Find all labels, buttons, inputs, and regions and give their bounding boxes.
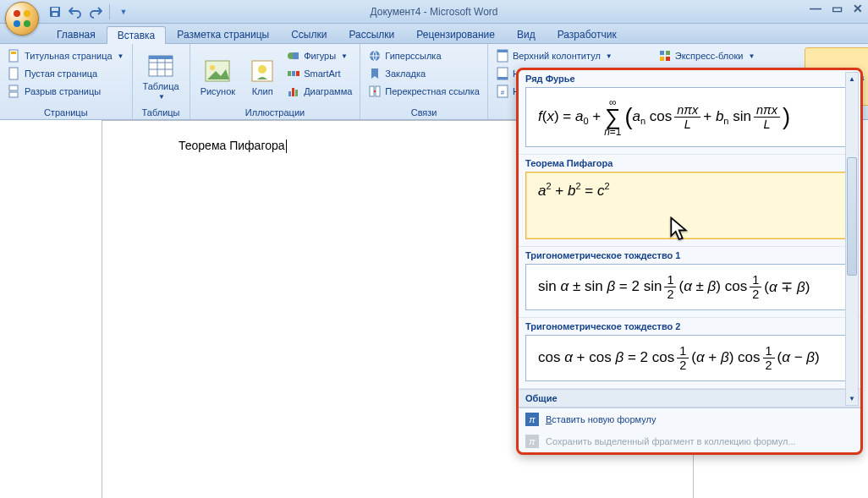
equation-item-pythagoras[interactable]: Теорема Пифагора a2 + b2 = c2 — [519, 155, 860, 247]
svg-rect-5 — [52, 8, 58, 11]
tab-view[interactable]: Вид — [506, 25, 547, 43]
titlebar: ▼ Документ4 - Microsoft Word — ▭ ✕ — [0, 0, 868, 24]
equation-gallery-footer: π ВВставить новую формулуставить новую ф… — [519, 408, 860, 452]
tab-mail[interactable]: Рассылки — [338, 25, 405, 43]
svg-text:#: # — [501, 89, 505, 96]
svg-point-0 — [14, 10, 20, 17]
save-selection-equation: π Сохранить выделенный фрагмент в коллек… — [519, 430, 860, 452]
clip-button[interactable]: Клип — [244, 47, 281, 106]
svg-text:π: π — [529, 414, 536, 424]
smartart-button[interactable]: SmartArt — [284, 65, 354, 82]
bookmark-label: Закладка — [385, 68, 426, 79]
header-button[interactable]: Верхний колонтитул▼ — [493, 47, 615, 64]
qat-customize-icon[interactable]: ▼ — [114, 3, 133, 21]
titlepage-button[interactable]: Титульная страница▼ — [5, 47, 127, 64]
group-pages: Титульная страница▼ Пустая страница Разр… — [0, 44, 133, 119]
svg-rect-23 — [293, 52, 299, 59]
pagebreak-label: Разрыв страницы — [25, 86, 101, 96]
svg-rect-24 — [288, 71, 291, 76]
tab-review[interactable]: Рецензирование — [405, 25, 506, 43]
quickparts-button[interactable]: Экспресс-блоки▼ — [656, 47, 758, 64]
ribbon-tabs: Главная Вставка Разметка страницы Ссылки… — [0, 24, 868, 44]
svg-rect-26 — [296, 71, 299, 76]
svg-point-1 — [24, 10, 30, 17]
svg-rect-10 — [9, 85, 18, 90]
scroll-up-icon[interactable]: ▲ — [846, 73, 858, 85]
picture-label: Рисунок — [201, 86, 236, 96]
redo-icon[interactable] — [86, 3, 105, 21]
clip-label: Клип — [252, 86, 273, 96]
svg-rect-31 — [370, 86, 374, 96]
tab-refs[interactable]: Ссылки — [280, 25, 338, 43]
bookmark-button[interactable]: Закладка — [365, 65, 482, 82]
crossref-label: Перекрестная ссылка — [385, 86, 480, 96]
group-links: Гиперссылка Закладка Перекрестная ссылка… — [360, 44, 488, 119]
group-tables: Таблица▼ Таблицы — [133, 44, 190, 119]
office-button[interactable] — [5, 2, 39, 36]
equation-category: Общие — [519, 389, 860, 408]
gallery-scrollbar[interactable]: ▲ ▼ — [845, 72, 859, 406]
svg-rect-28 — [292, 88, 294, 96]
table-button[interactable]: Таблица▼ — [138, 47, 184, 106]
insert-new-equation[interactable]: π ВВставить новую формулуставить новую ф… — [519, 408, 860, 430]
header-label: Верхний колонтитул — [513, 51, 601, 61]
svg-rect-41 — [660, 51, 664, 55]
equation-gallery: Ряд Фурье f(x) = a0 + ∞∑n=1 ( an cosnπxL… — [516, 68, 863, 455]
group-illus-label: Иллюстрации — [195, 106, 355, 119]
tab-dev[interactable]: Разработчик — [547, 25, 628, 43]
group-tables-label: Таблицы — [138, 106, 184, 119]
equation-item-fourier[interactable]: Ряд Фурье f(x) = a0 + ∞∑n=1 ( an cosnπxL… — [519, 70, 860, 155]
minimize-button[interactable]: — — [810, 2, 821, 15]
picture-button[interactable]: Рисунок — [195, 47, 241, 106]
undo-icon[interactable] — [66, 3, 85, 21]
shapes-label: Фигуры — [304, 51, 336, 61]
equation-preview-trig2: cos α + cos β = 2 cos12(α + β) cos12(α −… — [525, 335, 854, 381]
chart-button[interactable]: Диаграмма — [284, 83, 354, 100]
crossref-button[interactable]: Перекрестная ссылка — [365, 83, 482, 100]
scroll-down-icon[interactable]: ▼ — [846, 393, 858, 405]
titlepage-label: Титульная страница — [25, 51, 113, 61]
hyperlink-label: Гиперссылка — [385, 51, 441, 61]
blankpage-button[interactable]: Пустая страница — [5, 65, 127, 82]
group-pages-label: Страницы — [5, 106, 127, 119]
save-selection-label: Сохранить выделенный фрагмент в коллекци… — [546, 436, 796, 446]
group-links-label: Связи — [365, 106, 482, 119]
quickparts-label: Экспресс-блоки — [675, 51, 744, 61]
equation-title: Тригонометрическое тождество 1 — [519, 247, 860, 262]
svg-rect-6 — [52, 13, 58, 16]
svg-rect-44 — [666, 57, 670, 61]
close-button[interactable]: ✕ — [853, 2, 863, 15]
equation-item-trig2[interactable]: Тригонометрическое тождество 2 cos α + c… — [519, 318, 860, 389]
svg-rect-11 — [9, 92, 18, 97]
svg-rect-27 — [288, 91, 291, 96]
pagebreak-button[interactable]: Разрыв страницы — [5, 83, 127, 100]
document-text: Теорема Пифагора — [179, 139, 285, 152]
hyperlink-button[interactable]: Гиперссылка — [365, 47, 482, 64]
svg-point-2 — [14, 20, 20, 27]
save-icon[interactable] — [46, 3, 64, 21]
tab-home[interactable]: Главная — [46, 25, 107, 43]
equation-item-trig1[interactable]: Тригонометрическое тождество 1 sin α ± s… — [519, 247, 860, 318]
svg-point-3 — [24, 20, 30, 27]
scroll-thumb[interactable] — [847, 157, 857, 276]
svg-rect-42 — [666, 51, 670, 55]
quick-access-toolbar: ▼ — [46, 3, 133, 21]
pi-icon: π — [525, 413, 539, 426]
equation-preview-trig1: sin α ± sin β = 2 sin12(α ± β) cos12(α ∓… — [525, 264, 854, 310]
insert-new-label: ВВставить новую формулуставить новую фор… — [546, 414, 656, 424]
chart-label: Диаграмма — [304, 86, 352, 96]
tab-layout[interactable]: Разметка страницы — [166, 25, 280, 43]
tab-insert[interactable]: Вставка — [107, 26, 167, 44]
svg-point-21 — [258, 65, 266, 74]
equation-title: Тригонометрическое тождество 2 — [519, 318, 860, 333]
svg-rect-17 — [149, 56, 173, 59]
svg-rect-32 — [376, 86, 380, 96]
shapes-button[interactable]: Фигуры▼ — [284, 47, 354, 64]
svg-rect-25 — [292, 71, 295, 76]
maximize-button[interactable]: ▭ — [832, 2, 843, 15]
svg-rect-43 — [660, 57, 664, 61]
svg-rect-9 — [9, 68, 18, 79]
group-illustrations: Рисунок Клип Фигуры▼ SmartArt Диаграмма … — [190, 44, 361, 119]
equation-title: Ряд Фурье — [519, 70, 860, 85]
equation-preview-pythagoras: a2 + b2 = c2 — [525, 172, 854, 239]
